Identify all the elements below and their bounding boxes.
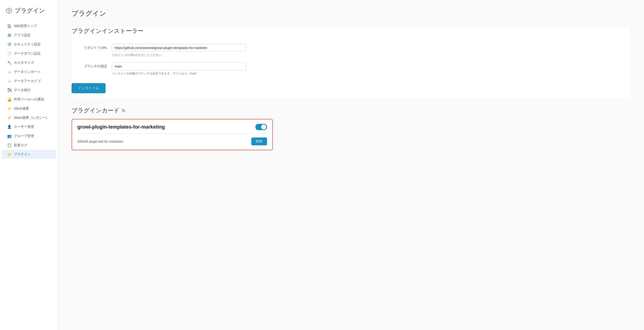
- sidebar-item-label: 監査ログ: [14, 143, 27, 147]
- repo-url-field: リポジトリのURLの入力してください。: [112, 44, 630, 57]
- wiki-top-icon: 🏠: [7, 24, 12, 28]
- plugin-cards-title: プラグインカード: [72, 107, 120, 114]
- sidebar-title: プラグイン: [0, 4, 58, 21]
- customize-icon: 🔧: [7, 60, 12, 65]
- repo-url-label: リポジトリURL: [72, 44, 107, 50]
- app-settings-icon: ⚙️: [7, 33, 12, 37]
- security-icon: 🛡️: [7, 42, 12, 46]
- plugin-card-top: growi-plugin-templates-for-marketing: [77, 124, 267, 134]
- sidebar-item-label: データ移行: [14, 88, 31, 92]
- branch-row: ブランチの指定 インストール対象のブランチを設定できます。デフォルト: `mai…: [72, 62, 630, 76]
- plugin-name: growi-plugin-templates-for-marketing: [77, 124, 165, 130]
- data-import-icon: ☁️: [7, 70, 12, 74]
- sidebar-item-plugin[interactable]: ⭐ プラグイン: [2, 150, 56, 159]
- refresh-icon[interactable]: ↻: [122, 108, 126, 113]
- sidebar-item-markdown[interactable]: 📄 マークダウン設定: [2, 49, 56, 58]
- plugin-card-bottom: GROWI plugin test for markdown 削除: [77, 138, 267, 145]
- slack-icon: ⚡: [7, 106, 12, 111]
- plugin-card: growi-plugin-templates-for-marketing GRO…: [72, 119, 273, 150]
- data-archive-icon: ☁️: [7, 79, 12, 83]
- sidebar-item-audit-log[interactable]: 📋 監査ログ: [2, 141, 56, 150]
- audit-log-icon: 📋: [7, 143, 12, 147]
- plugin-icon: ⭐: [7, 152, 12, 156]
- sidebar: プラグイン 🏠 Wiki管理トップ ⚙️ アプリ設定 🛡️ セキュリティ設定 📄…: [0, 0, 58, 330]
- installer-section: プラグインインストーラー リポジトリURL リポジトリのURLの入力してください…: [72, 27, 630, 98]
- slack-legacy-icon: ⚡: [7, 115, 12, 120]
- sidebar-item-label: データアーカイブ: [14, 79, 41, 83]
- sidebar-item-label: ユーザー管理: [14, 125, 34, 129]
- sidebar-item-label: カスタマイズ: [14, 60, 34, 65]
- plugin-description: GROWI plugin test for markdown: [77, 140, 123, 143]
- sidebar-item-group-management[interactable]: 👥 グループ管理: [2, 132, 56, 140]
- sidebar-item-app-settings[interactable]: ⚙️ アプリ設定: [2, 31, 56, 40]
- install-button[interactable]: インストール: [72, 83, 106, 93]
- branch-hint: インストール対象のブランチを設定できます。デフォルト: `main`: [112, 72, 630, 76]
- growi-logo-icon: [5, 7, 12, 14]
- sidebar-item-label: Wiki管理トップ: [14, 24, 37, 28]
- sidebar-item-external-tools[interactable]: 🔔 外部ツールへの通知: [2, 95, 56, 104]
- branch-label: ブランチの指定: [72, 62, 107, 68]
- sidebar-item-data-archive[interactable]: ☁️ データアーカイブ: [2, 76, 56, 86]
- sidebar-item-label: データインポート: [14, 70, 41, 74]
- toggle-wrapper: [255, 124, 267, 130]
- repo-url-hint: リポジトリのURLの入力してください。: [112, 53, 630, 57]
- user-management-icon: 👤: [7, 124, 12, 129]
- delete-button[interactable]: 削除: [251, 138, 267, 145]
- sidebar-item-slack[interactable]: ⚡ Slack連携: [2, 104, 56, 113]
- sidebar-item-label: マークダウン設定: [14, 52, 41, 56]
- sidebar-item-data-migration[interactable]: ✈️ データ移行: [2, 86, 56, 94]
- sidebar-item-wiki-top[interactable]: 🏠 Wiki管理トップ: [2, 22, 56, 30]
- sidebar-item-customize[interactable]: 🔧 カスタマイズ: [2, 58, 56, 67]
- sidebar-item-label: 外部ツールへの通知: [14, 97, 44, 102]
- page-title-sidebar: プラグイン: [15, 7, 45, 14]
- markdown-icon: 📄: [7, 51, 12, 56]
- sidebar-item-label: グループ管理: [14, 134, 34, 138]
- repo-url-input[interactable]: [112, 44, 246, 52]
- branch-input[interactable]: [112, 62, 246, 70]
- sidebar-item-label: アプリ設定: [14, 33, 31, 37]
- sidebar-item-label: プラグイン: [14, 152, 31, 156]
- plugin-toggle[interactable]: [255, 124, 267, 130]
- sidebar-item-user-management[interactable]: 👤 ユーザー管理: [2, 122, 56, 131]
- installer-section-title: プラグインインストーラー: [72, 27, 630, 35]
- sidebar-item-label: Slack連携（レガシー）: [14, 116, 49, 120]
- branch-field: インストール対象のブランチを設定できます。デフォルト: `main`: [112, 62, 630, 76]
- sidebar-item-label: Slack連携: [14, 106, 29, 111]
- external-tools-icon: 🔔: [7, 97, 12, 102]
- data-migration-icon: ✈️: [7, 88, 12, 92]
- sidebar-item-security[interactable]: 🛡️ セキュリティ設定: [2, 40, 56, 49]
- sidebar-item-slack-legacy[interactable]: ⚡ Slack連携（レガシー）: [2, 113, 56, 122]
- plugin-cards-section: プラグインカード ↻ growi-plugin-templates-for-ma…: [72, 107, 630, 150]
- sidebar-item-data-import[interactable]: ☁️ データインポート: [2, 67, 56, 76]
- sidebar-item-label: セキュリティ設定: [14, 42, 41, 46]
- group-management-icon: 👥: [7, 134, 12, 138]
- page-title: プラグイン: [72, 9, 630, 18]
- toggle-slider: [255, 124, 267, 130]
- repo-url-row: リポジトリURL リポジトリのURLの入力してください。: [72, 44, 630, 57]
- plugin-cards-container: growi-plugin-templates-for-marketing GRO…: [72, 119, 630, 150]
- main-content: プラグイン プラグインインストーラー リポジトリURL リポジトリのURLの入力…: [58, 0, 644, 330]
- plugin-cards-header: プラグインカード ↻: [72, 107, 630, 114]
